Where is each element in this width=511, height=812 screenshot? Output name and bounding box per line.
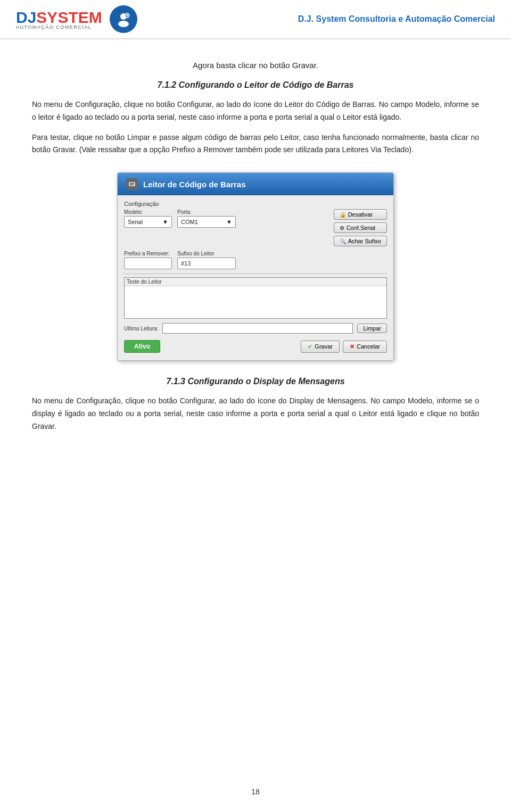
dialog-sufixo-group: Sufixo do Leitor #13 <box>177 251 236 269</box>
svg-rect-5 <box>130 185 133 186</box>
section-712-heading: 7.1.2 Configurando o Leitor de Código de… <box>32 80 479 90</box>
dialog-wrapper: Leitor de Código de Barras Configuração … <box>32 172 479 361</box>
dialog-ultima-input[interactable] <box>162 323 353 334</box>
dialog-modelo-select[interactable]: Serial ▼ <box>124 216 172 228</box>
dialog-prefixo-row: Prefixo a Remover: Sufixo do Leitor #13 <box>124 251 387 269</box>
section-713-heading: 7.1.3 Configurando o Display de Mensagen… <box>32 377 479 386</box>
limpar-button[interactable]: Limpar <box>357 324 387 333</box>
logo-subtitle: AUTOMAÇÃO COMERCIAL <box>16 24 92 30</box>
desativar-button[interactable]: 🔒 Desativar <box>334 209 387 220</box>
dialog-sufixo-input[interactable]: #13 <box>177 258 236 269</box>
dialog-config-label: Configuração <box>124 201 387 207</box>
logo-icon <box>110 5 137 33</box>
dialog-porta-group: Porta: COM1 ▼ <box>177 209 236 228</box>
dialog-ultima-row: Ultima Leitura: Limpar <box>124 323 387 334</box>
dialog-title-icon <box>126 178 138 190</box>
cancelar-icon: ✖ <box>350 343 355 350</box>
dialog-config-row: Modelo: Serial ▼ Porta: COM1 ▼ <box>124 209 387 246</box>
page-header: DJ SYSTEM AUTOMAÇÃO COMERCIAL D.J. Syste… <box>0 0 511 39</box>
svg-rect-3 <box>129 182 135 186</box>
dialog-modelo-group: Modelo: Serial ▼ <box>124 209 172 228</box>
dialog-test-content <box>125 286 386 318</box>
dialog-title-text: Leitor de Código de Barras <box>143 180 246 189</box>
dialog-body: Configuração Modelo: Serial ▼ Porta: <box>118 195 393 360</box>
dialog-test-label: Teste do Leitor <box>125 278 386 286</box>
footer-buttons: ✔ Gravar ✖ Cancelar <box>301 341 387 353</box>
section-713-para1: No menu de Configuração, clique no botão… <box>32 395 479 433</box>
section-712-para1: No menu de Configuração, clique no botão… <box>32 98 479 124</box>
dialog-prefixo-label: Prefixo a Remover: <box>124 251 172 256</box>
achar-sufixo-button[interactable]: 🔍 Achar Sufixo <box>334 236 387 246</box>
desativar-icon: 🔒 <box>340 212 346 218</box>
header-title: D.J. System Consultoria e Automação Come… <box>298 14 495 24</box>
svg-point-1 <box>118 21 129 27</box>
ativo-button[interactable]: Ativo <box>124 340 160 353</box>
conf-serial-icon: ⚙ <box>340 225 344 231</box>
dialog-titlebar: Leitor de Código de Barras <box>118 173 393 195</box>
intro-text: Agora basta clicar no botão Gravar. <box>32 61 479 70</box>
section-712-para2: Para testar, clique no botão Limpar e pa… <box>32 131 479 157</box>
dialog-footer: Ativo ✔ Gravar ✖ Cancelar <box>124 338 387 353</box>
page-content: Agora basta clicar no botão Gravar. 7.1.… <box>0 39 511 462</box>
dialog-prefixo-group: Prefixo a Remover: <box>124 251 172 269</box>
dialog-box: Leitor de Código de Barras Configuração … <box>117 172 394 361</box>
dialog-right-buttons: 🔒 Desativar ⚙ Conf.Serial 🔍 Achar Sufixo <box>334 209 387 246</box>
dialog-test-area: Teste do Leitor <box>124 277 387 319</box>
cancelar-button[interactable]: ✖ Cancelar <box>343 341 387 353</box>
dialog-ultima-label: Ultima Leitura: <box>124 326 158 332</box>
dialog-porta-select[interactable]: COM1 ▼ <box>177 216 236 228</box>
gravar-button[interactable]: ✔ Gravar <box>301 341 340 353</box>
intro-section: Agora basta clicar no botão Gravar. <box>32 61 479 70</box>
logo-dj: DJ <box>16 9 36 27</box>
page-number: 18 <box>0 788 511 796</box>
svg-rect-4 <box>130 183 134 184</box>
dialog-porta-label: Porta: <box>177 209 236 215</box>
dialog-modelo-label: Modelo: <box>124 209 172 215</box>
achar-sufixo-icon: 🔍 <box>340 238 346 244</box>
dialog-prefixo-input[interactable] <box>124 258 172 269</box>
gravar-icon: ✔ <box>308 343 312 350</box>
logo-system: SYSTEM <box>36 9 102 27</box>
conf-serial-button[interactable]: ⚙ Conf.Serial <box>334 222 387 233</box>
dialog-sufixo-label: Sufixo do Leitor <box>177 251 236 256</box>
logo-area: DJ SYSTEM AUTOMAÇÃO COMERCIAL <box>16 5 137 33</box>
